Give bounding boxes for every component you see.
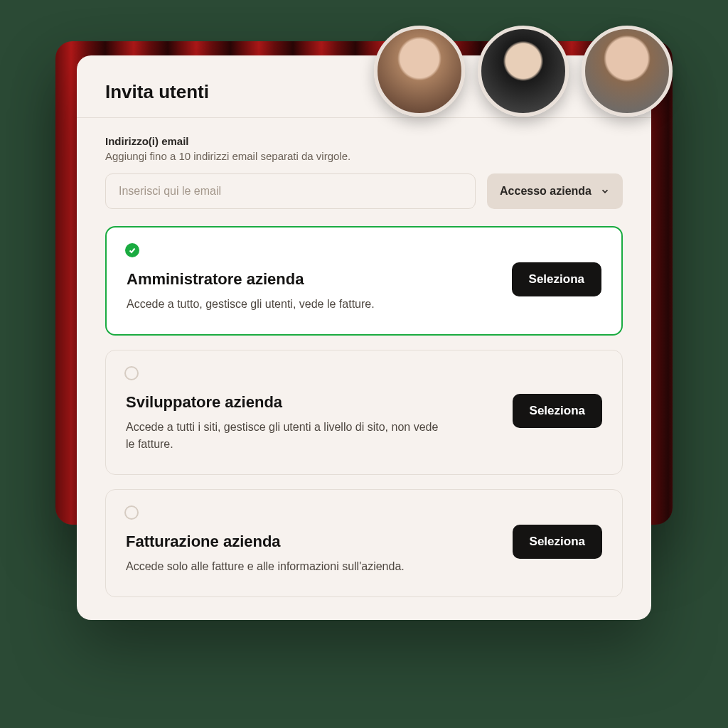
avatar [374,26,465,117]
role-description: Accede a tutti i siti, gestisce gli uten… [126,419,439,453]
chevron-down-icon [600,186,610,196]
role-title: Amministratore azienda [127,270,498,289]
role-card-developer[interactable]: Sviluppatore azienda Accede a tutti i si… [105,350,623,475]
email-label: Indirizzo(i) email [105,135,623,147]
invite-users-modal: Invita utenti Indirizzo(i) email Aggiung… [77,55,651,620]
email-section: Indirizzo(i) email Aggiungi fino a 10 in… [77,118,651,209]
roles-list: Amministratore azienda Accede a tutto, g… [77,209,651,597]
access-level-label: Accesso azienda [500,185,592,198]
select-button[interactable]: Seleziona [513,394,602,428]
avatar-group [374,26,673,117]
check-icon [125,243,139,257]
role-body: Amministratore azienda Accede a tutto, g… [127,246,498,313]
role-card-admin[interactable]: Amministratore azienda Accede a tutto, g… [105,226,623,336]
select-button[interactable]: Seleziona [512,262,601,296]
radio-icon [124,366,139,380]
role-description: Accede a tutto, gestisce gli utenti, ved… [127,296,439,313]
radio-icon [124,505,139,520]
role-title: Sviluppatore azienda [126,393,498,412]
email-sublabel: Aggiungi fino a 10 indirizzi email separ… [105,150,623,162]
role-title: Fatturazione azienda [126,532,498,551]
role-body: Fatturazione azienda Accede solo alle fa… [126,508,498,575]
avatar [582,26,673,117]
email-input[interactable] [105,173,476,209]
role-card-billing[interactable]: Fatturazione azienda Accede solo alle fa… [105,489,623,597]
role-body: Sviluppatore azienda Accede a tutti i si… [126,369,498,453]
email-input-row: Accesso azienda [105,173,623,209]
role-description: Accede solo alle fatture e alle informaz… [126,558,439,575]
avatar [478,26,569,117]
access-level-select[interactable]: Accesso azienda [487,173,623,209]
select-button[interactable]: Seleziona [513,525,602,559]
